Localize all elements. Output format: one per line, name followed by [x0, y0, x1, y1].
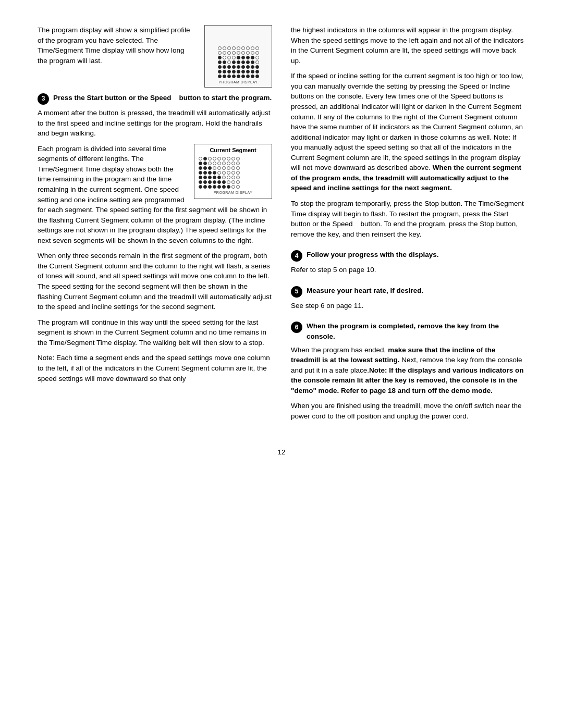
- dot: [199, 157, 202, 161]
- dot: [241, 56, 245, 59]
- dot: [237, 60, 240, 64]
- dot: [232, 75, 236, 78]
- dot: [199, 180, 202, 184]
- dot: [227, 171, 230, 175]
- dots-row: [218, 65, 259, 69]
- dot: [246, 56, 250, 59]
- dot: [213, 171, 216, 175]
- dots-row: [199, 171, 267, 175]
- two-column-layout: PROGRAM DISPLAY The program display will…: [38, 25, 525, 426]
- dot: [232, 70, 236, 73]
- dot: [227, 75, 231, 78]
- dot: [213, 162, 216, 165]
- step-6-header: 6 When the program is completed, remove …: [291, 321, 525, 341]
- dot: [251, 51, 254, 55]
- dot: [237, 65, 240, 69]
- dots-row: [218, 70, 259, 73]
- step-6-body-end: When you are finished using the treadmil…: [291, 401, 525, 421]
- dot: [213, 185, 216, 189]
- dots-row: [218, 75, 259, 78]
- dot: [227, 166, 230, 170]
- dot: [217, 185, 221, 189]
- left-para-4: When only three seconds remain in the fi…: [38, 251, 272, 312]
- dot: [227, 46, 231, 50]
- dot: [237, 75, 240, 78]
- step-5-body: See step 6 on page 11.: [291, 301, 525, 311]
- step-6-title: When the program is completed, remove th…: [307, 321, 525, 341]
- dot: [232, 51, 236, 55]
- dot: [222, 180, 226, 184]
- right-para-1: the highest indicators in the columns wi…: [291, 25, 525, 66]
- dot: [203, 180, 207, 184]
- dot: [227, 60, 231, 64]
- dot: [218, 56, 222, 59]
- current-segment-title: Current Segment: [199, 146, 267, 155]
- dot: [203, 157, 207, 161]
- dot: [218, 65, 222, 69]
- dot: [237, 51, 240, 55]
- dot: [232, 56, 236, 59]
- dot: [203, 171, 207, 175]
- dot: [255, 60, 259, 64]
- left-para-5: The program will continue in this way un…: [38, 317, 272, 348]
- dots-row: [199, 176, 267, 179]
- intro-section: PROGRAM DISPLAY The program display will…: [38, 25, 272, 88]
- dot: [236, 166, 240, 170]
- dot: [223, 75, 226, 78]
- left-para-6: Note: Each time a segment ends and the s…: [38, 353, 272, 384]
- dot: [227, 157, 230, 161]
- dots-row: [218, 46, 259, 50]
- dot: [237, 46, 240, 50]
- dot: [223, 51, 226, 55]
- step-3-title: Press the Start button or the Speed butt…: [53, 93, 272, 103]
- dot: [236, 162, 240, 165]
- dot: [255, 46, 259, 50]
- dot: [217, 162, 221, 165]
- dots-row: [218, 60, 259, 64]
- dot: [251, 70, 254, 73]
- display-label-2: PROGRAM DISPLAY: [199, 190, 267, 195]
- current-segment-display: Current Segment: [194, 144, 272, 199]
- dot: [246, 75, 250, 78]
- dot: [227, 180, 230, 184]
- dots-row: [199, 185, 267, 189]
- right-para-2: If the speed or incline setting for the …: [291, 71, 525, 193]
- dot: [218, 46, 222, 50]
- dot: [255, 75, 259, 78]
- program-display-1: PROGRAM DISPLAY: [204, 25, 272, 88]
- dot: [208, 171, 212, 175]
- dot: [223, 70, 226, 73]
- dot: [217, 171, 221, 175]
- dots-row: [199, 157, 267, 161]
- dot: [231, 171, 235, 175]
- dot: [236, 180, 240, 184]
- dot: [222, 185, 226, 189]
- dot: [208, 162, 212, 165]
- dot: [251, 60, 254, 64]
- dot: [222, 162, 226, 165]
- step-5-circle: 5: [291, 286, 302, 298]
- dot: [223, 65, 226, 69]
- dots-row: [199, 162, 267, 165]
- dot: [223, 60, 226, 64]
- dot: [199, 185, 202, 189]
- dot: [227, 65, 231, 69]
- dot: [236, 157, 240, 161]
- dot: [213, 157, 216, 161]
- dot: [208, 180, 212, 184]
- dot: [213, 180, 216, 184]
- left-column: PROGRAM DISPLAY The program display will…: [38, 25, 272, 426]
- dot: [222, 176, 226, 179]
- dot: [236, 176, 240, 179]
- dot: [246, 46, 250, 50]
- cs-dots-grid: [199, 157, 267, 189]
- dot: [251, 56, 254, 59]
- dot: [241, 65, 245, 69]
- dot: [227, 56, 231, 59]
- dot: [217, 166, 221, 170]
- step-4-title: Follow your progress with the displays.: [307, 250, 439, 260]
- dot: [231, 162, 235, 165]
- dot: [208, 176, 212, 179]
- step-3-title-bold: Press the Start button or the Speed butt…: [53, 94, 272, 102]
- dot: [237, 70, 240, 73]
